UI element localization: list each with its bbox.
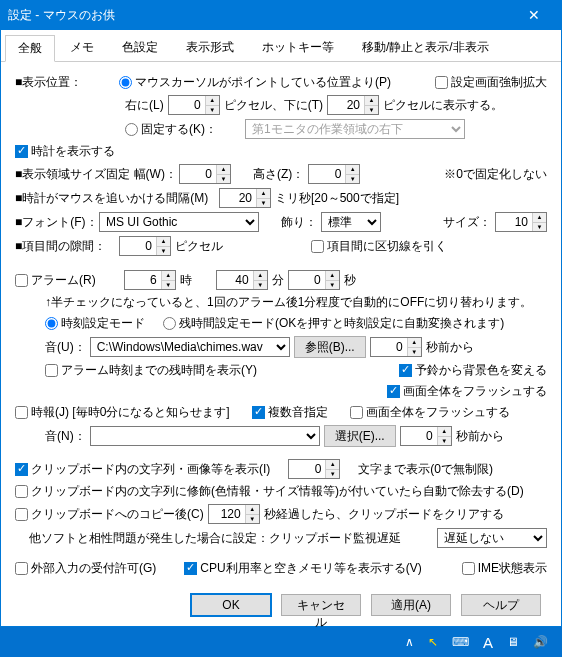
size-spin[interactable]: ▲▼ [495,212,547,232]
gap-spin[interactable]: ▲▼ [119,236,171,256]
disp-pos-radio-fixed[interactable]: 固定する(K)： [125,121,217,138]
px-down-label: ピクセル、下に(T) [224,97,323,114]
hourly-sel-button[interactable]: 選択(E)... [324,425,396,447]
right-spin[interactable]: ▲▼ [168,95,220,115]
alarm-note: ↑半チェックになっていると、1回のアラーム後1分程度で自動的にOFFに切り替わり… [45,294,532,311]
follow-spin[interactable]: ▲▼ [219,188,271,208]
px-show-label: ピクセルに表示する。 [383,97,503,114]
tab-bar: 全般 メモ 色設定 表示形式 ホットキー等 移動/静止と表示/非表示 [1,30,561,62]
alarm-check[interactable]: アラーム(R) [15,272,96,289]
font-select[interactable]: MS UI Gothic [99,212,259,232]
cancel-button[interactable]: キャンセル [281,594,361,616]
show-clock-check[interactable]: 時計を表示する [15,143,115,160]
cpu-check[interactable]: CPU利用率と空きメモリ等を表示する(V) [184,560,421,577]
size-label: サイズ： [443,214,491,231]
close-icon[interactable]: ✕ [514,7,554,23]
fixed-pos-select: 第1モニタの作業領域の右下 [245,119,465,139]
clip-copy-spin[interactable]: ▲▼ [208,504,260,524]
alarm-ref-button[interactable]: 参照(B)... [294,336,366,358]
alarm-sound-label: 音(U)： [45,339,86,356]
clip-show-unit: 文字まで表示(0で無制限) [358,461,493,478]
apply-button[interactable]: 適用(A) [371,594,451,616]
area-fix-label: ■表示領域サイズ固定 幅(W)： [15,166,175,183]
ok-button[interactable]: OK [191,594,271,616]
tab-content: ■表示位置： マウスカーソルがポイントしている位置より(P) 設定画面強制拡大 … [1,62,561,589]
tab-color[interactable]: 色設定 [109,34,171,61]
font-label: ■フォント(F)： [15,214,95,231]
alarm-offset-spin[interactable]: ▲▼ [370,337,422,357]
alarm-bg-check[interactable]: 予鈴から背景色を変える [399,362,547,379]
area-h-label: 高さ(Z)： [253,166,304,183]
help-button[interactable]: ヘルプ [461,594,541,616]
alarm-h-spin[interactable]: ▲▼ [124,270,176,290]
alarm-m-unit: 分 [272,272,284,289]
titlebar: 設定 - マウスのお供 ✕ [0,0,562,30]
force-expand-check[interactable]: 設定画面強制拡大 [435,74,547,91]
dialog-buttons: OK キャンセル 適用(A) ヘルプ [1,594,561,616]
alarm-s-unit: 秒 [344,272,356,289]
ime-check[interactable]: IME状態表示 [462,560,547,577]
tray-keyboard-icon[interactable]: ⌨ [452,635,469,649]
hourly-multi-check[interactable]: 複数音指定 [252,404,328,421]
alarm-offset-unit: 秒前から [426,339,474,356]
hourly-flash-check[interactable]: 画面全体をフラッシュする [350,404,510,421]
tray-ime-icon[interactable]: A [483,634,493,651]
alarm-s-spin[interactable]: ▲▼ [288,270,340,290]
taskbar: ∧ ↖ ⌨ A 🖥 🔊 [0,627,562,657]
clip-compat-label: 他ソフトと相性問題が発生した場合に設定：クリップボード監視遅延 [15,530,401,547]
alarm-mode-time[interactable]: 時刻設定モード [45,315,145,332]
gap-divider-check[interactable]: 項目間に区切線を引く [311,238,447,255]
alarm-mode-remain[interactable]: 残時間設定モード(OKを押すと時刻設定に自動変換されます) [163,315,504,332]
tab-hotkey[interactable]: ホットキー等 [249,34,347,61]
hourly-check[interactable]: 時報(J) [毎時0分になると知らせます] [15,404,230,421]
right-label: 右に(L) [125,97,164,114]
hourly-sound-label: 音(N)： [45,428,86,445]
ext-input-check[interactable]: 外部入力の受付許可(G) [15,560,156,577]
follow-label: ■時計がマウスを追いかける間隔(M) [15,190,215,207]
clip-compat-select[interactable]: 遅延しない [437,528,547,548]
clip-copy-unit: 秒経過したら、クリップボードをクリアする [264,506,504,523]
tray-cursor-icon[interactable]: ↖ [428,635,438,649]
tray-sound-icon[interactable]: 🔊 [533,635,548,649]
dialog-body: 全般 メモ 色設定 表示形式 ホットキー等 移動/静止と表示/非表示 ■表示位置… [0,30,562,627]
area-h-spin[interactable]: ▲▼ [308,164,360,184]
down-spin[interactable]: ▲▼ [327,95,379,115]
alarm-m-spin[interactable]: ▲▼ [216,270,268,290]
deco-select[interactable]: 標準 [321,212,381,232]
disp-pos-radio-cursor[interactable]: マウスカーソルがポイントしている位置より(P) [119,74,391,91]
tray-chevron-icon[interactable]: ∧ [405,635,414,649]
tab-memo[interactable]: メモ [57,34,107,61]
clip-decorate-check[interactable]: クリップボード内の文字列に修飾(色情報・サイズ情報等)が付いていたら自動で除去す… [15,483,524,500]
area-w-spin[interactable]: ▲▼ [179,164,231,184]
gap-unit: ピクセル [175,238,223,255]
follow-unit: ミリ秒[20～500で指定] [275,190,399,207]
alarm-remain-check[interactable]: アラーム時刻までの残時間を表示(Y) [45,362,257,379]
window-title: 設定 - マウスのお供 [8,7,514,24]
area-note: ※0で固定化しない [444,166,547,183]
gap-label: ■項目間の隙間： [15,238,115,255]
clip-copy-check[interactable]: クリップボードへのコピー後(C) [15,506,204,523]
hourly-offset-unit: 秒前から [456,428,504,445]
clip-show-check[interactable]: クリップボード内の文字列・画像等を表示(I) [15,461,270,478]
clip-show-spin[interactable]: ▲▼ [288,459,340,479]
tab-move[interactable]: 移動/静止と表示/非表示 [349,34,502,61]
hourly-sound-select[interactable] [90,426,320,446]
tray-monitor-icon[interactable]: 🖥 [507,635,519,649]
alarm-h-unit: 時 [180,272,192,289]
alarm-flash-check[interactable]: 画面全体をフラッシュする [387,383,547,400]
alarm-sound-select[interactable]: C:\Windows\Media\chimes.wav [90,337,290,357]
tab-format[interactable]: 表示形式 [173,34,247,61]
deco-label: 飾り： [281,214,317,231]
disp-pos-label: ■表示位置： [15,74,115,91]
hourly-offset-spin[interactable]: ▲▼ [400,426,452,446]
tab-general[interactable]: 全般 [5,35,55,62]
